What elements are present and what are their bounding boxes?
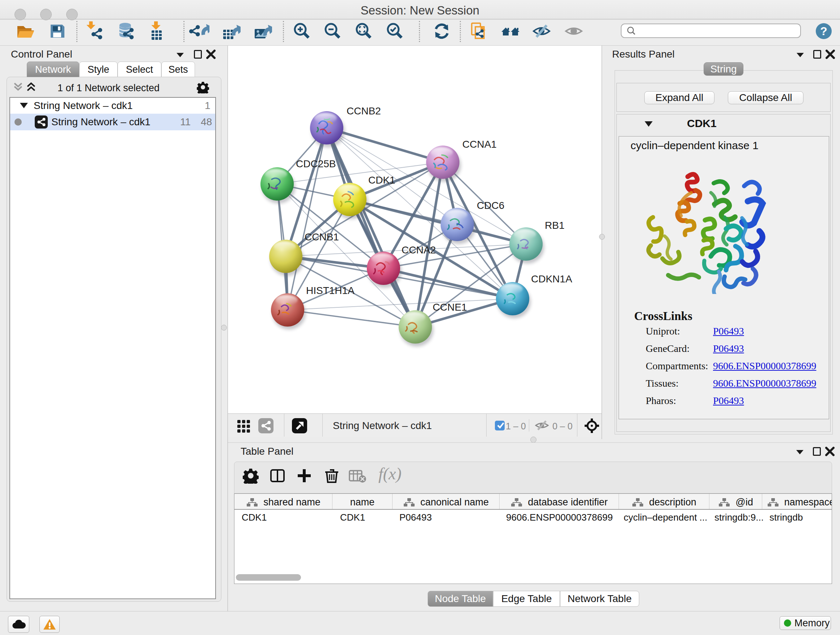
- svg-text:RB1: RB1: [545, 220, 564, 231]
- svg-text:CDC6: CDC6: [477, 200, 504, 211]
- svg-text:HIST1H1A: HIST1H1A: [306, 285, 355, 296]
- svg-text:CDK1: CDK1: [368, 174, 395, 186]
- svg-text:CDC25B: CDC25B: [296, 158, 336, 169]
- svg-text:CCNA1: CCNA1: [462, 139, 497, 150]
- svg-text:CCNB1: CCNB1: [305, 231, 339, 242]
- svg-text:CDKN1A: CDKN1A: [531, 273, 572, 285]
- svg-text:CCNB2: CCNB2: [347, 105, 381, 117]
- svg-text:CCNA2: CCNA2: [401, 244, 436, 256]
- svg-text:CCNE1: CCNE1: [433, 302, 467, 313]
